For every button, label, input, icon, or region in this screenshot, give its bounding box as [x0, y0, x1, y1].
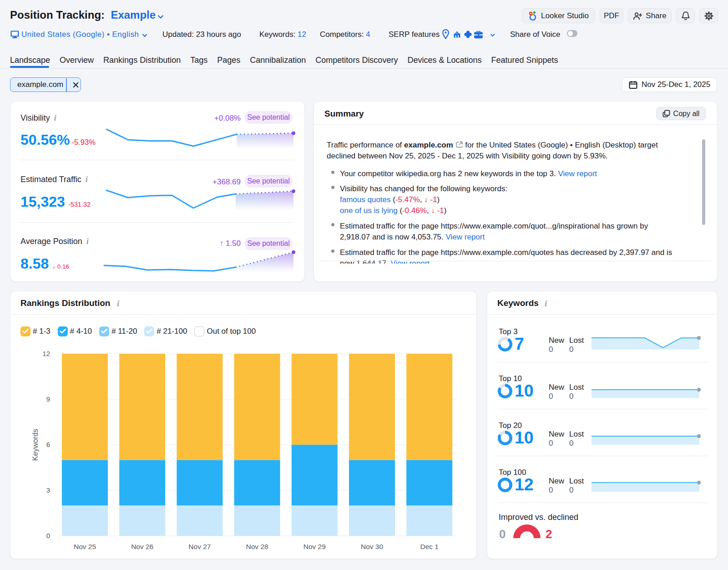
svg-text:Nov 30: Nov 30	[361, 543, 383, 550]
svg-text:3: 3	[46, 486, 50, 494]
svg-text:6: 6	[46, 441, 50, 448]
svg-text:Keywords: Keywords	[31, 429, 39, 461]
svg-text:Dec 1: Dec 1	[420, 543, 439, 550]
svg-text:0: 0	[46, 532, 50, 539]
svg-text:12: 12	[42, 350, 50, 357]
svg-text:Nov 26: Nov 26	[131, 543, 153, 550]
svg-text:Nov 28: Nov 28	[246, 543, 268, 550]
svg-text:Nov 25: Nov 25	[74, 543, 96, 550]
svg-text:Nov 27: Nov 27	[188, 543, 211, 550]
svg-text:Nov 29: Nov 29	[303, 543, 326, 550]
svg-text:9: 9	[46, 395, 50, 403]
